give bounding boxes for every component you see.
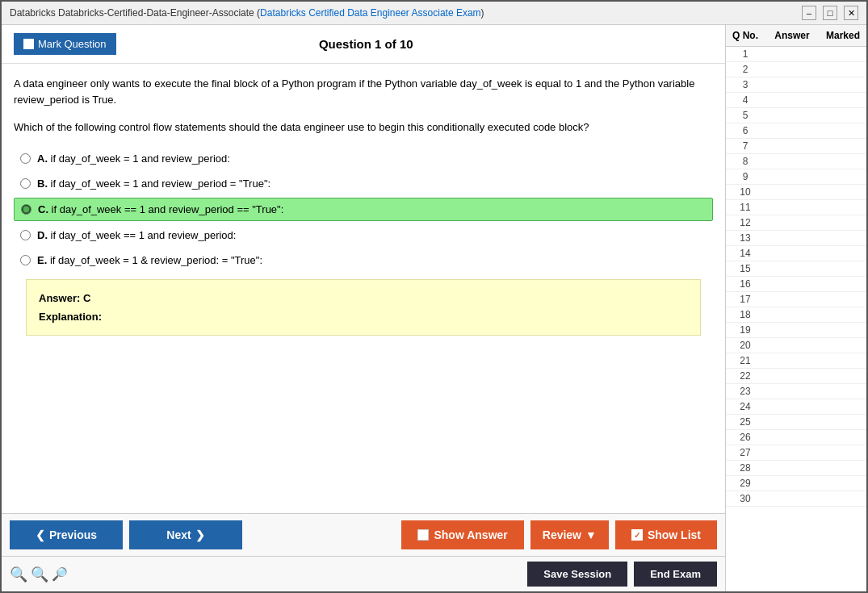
sidebar-row[interactable]: 25 xyxy=(726,415,866,430)
sidebar-row[interactable]: 5 xyxy=(726,108,866,123)
sidebar-row[interactable]: 23 xyxy=(726,384,866,399)
previous-button[interactable]: ❮ Previous xyxy=(10,520,123,549)
radio-b[interactable] xyxy=(20,178,31,189)
show-answer-button[interactable]: Show Answer xyxy=(401,520,523,549)
sidebar-row[interactable]: 26 xyxy=(726,430,866,445)
sidebar-row[interactable]: 28 xyxy=(726,461,866,476)
sidebar-row[interactable]: 16 xyxy=(726,277,866,292)
radio-e[interactable] xyxy=(20,255,31,265)
sidebar-qno: 2 xyxy=(729,64,761,75)
sidebar-row[interactable]: 18 xyxy=(726,307,866,323)
sidebar-qno: 4 xyxy=(729,94,761,106)
sidebar-row[interactable]: 8 xyxy=(726,154,866,169)
zoom-out-button[interactable]: 🔎 xyxy=(52,566,68,582)
option-a[interactable]: A. if day_of_week = 1 and review_period: xyxy=(14,148,713,169)
sidebar-qno: 28 xyxy=(729,462,761,474)
window-title-link: Databricks Certified Data Engineer Assoc… xyxy=(260,7,480,19)
option-e-label: E. if day_of_week = 1 & review_period: =… xyxy=(37,254,262,266)
sidebar-qno: 6 xyxy=(729,125,761,136)
sidebar-row[interactable]: 15 xyxy=(726,261,866,277)
sidebar-qno: 29 xyxy=(729,478,761,489)
sidebar-qno: 15 xyxy=(729,263,761,274)
sidebar-row[interactable]: 10 xyxy=(726,185,866,200)
bottom-bar: ❮ Previous Next ❯ Show Answer Review ▼ ✓ xyxy=(2,513,725,556)
sidebar-header: Q No. Answer Marked xyxy=(726,25,866,47)
question-text-2: Which of the following control flow stat… xyxy=(14,119,713,136)
option-c-label: C. if day_of_week == 1 and review_period… xyxy=(38,203,283,215)
sidebar-qno: 20 xyxy=(729,340,761,351)
option-e[interactable]: E. if day_of_week = 1 & review_period: =… xyxy=(14,249,713,271)
sidebar-qno: 19 xyxy=(729,324,761,336)
sidebar-qno: 25 xyxy=(729,416,761,428)
sidebar-row[interactable]: 29 xyxy=(726,476,866,491)
minimize-button[interactable]: – xyxy=(802,6,816,20)
question-title: Question 1 of 10 xyxy=(319,37,413,51)
review-chevron-icon: ▼ xyxy=(585,528,597,541)
zoom-in-button[interactable]: 🔍 xyxy=(10,566,27,583)
maximize-button[interactable]: □ xyxy=(823,6,837,20)
sidebar-row[interactable]: 6 xyxy=(726,123,866,139)
sidebar-qno: 22 xyxy=(729,370,761,382)
sidebar-row[interactable]: 20 xyxy=(726,338,866,353)
sidebar-qno: 7 xyxy=(729,140,761,152)
sidebar-row[interactable]: 27 xyxy=(726,445,866,461)
sidebar-row[interactable]: 1 xyxy=(726,47,866,62)
sidebar-row[interactable]: 14 xyxy=(726,246,866,261)
sidebar-qno: 1 xyxy=(729,48,761,60)
sidebar-qno: 23 xyxy=(729,386,761,397)
answer-box: Answer: C Explanation: xyxy=(26,279,701,336)
option-d[interactable]: D. if day_of_week == 1 and review_period… xyxy=(14,224,713,246)
close-button[interactable]: ✕ xyxy=(844,6,858,20)
sidebar-row[interactable]: 24 xyxy=(726,399,866,415)
sidebar-row[interactable]: 13 xyxy=(726,231,866,246)
option-b-label: B. if day_of_week = 1 and review_period … xyxy=(37,177,270,190)
sidebar-col-answer: Answer xyxy=(761,30,823,41)
bottom-bar-2: 🔍 🔍 🔎 Save Session End Exam xyxy=(2,556,725,591)
sidebar-qno: 12 xyxy=(729,217,761,228)
sidebar-col-qno: Q No. xyxy=(729,30,761,41)
explanation-label: Explanation: xyxy=(39,311,688,323)
review-label: Review xyxy=(543,528,581,541)
sidebar-qno: 14 xyxy=(729,248,761,259)
sidebar-qno: 13 xyxy=(729,232,761,244)
session-controls: Save Session End Exam xyxy=(527,562,717,587)
sidebar-row[interactable]: 2 xyxy=(726,62,866,77)
radio-d[interactable] xyxy=(20,230,31,240)
show-list-check-icon: ✓ xyxy=(631,529,643,541)
zoom-reset-button[interactable]: 🔍 xyxy=(31,566,48,583)
show-list-button[interactable]: ✓ Show List xyxy=(615,520,717,549)
window-title: Databricks Databricks-Certified-Data-Eng… xyxy=(10,7,484,19)
review-button[interactable]: Review ▼ xyxy=(530,520,609,549)
sidebar-qno: 11 xyxy=(729,202,761,213)
end-exam-button[interactable]: End Exam xyxy=(634,562,717,587)
sidebar-row[interactable]: 21 xyxy=(726,353,866,369)
sidebar-row[interactable]: 17 xyxy=(726,292,866,307)
title-bar: Databricks Databricks-Certified-Data-Eng… xyxy=(2,2,866,25)
radio-c[interactable] xyxy=(21,204,31,215)
sidebar-row[interactable]: 4 xyxy=(726,93,866,108)
sidebar-col-marked: Marked xyxy=(823,30,863,41)
sidebar-row[interactable]: 19 xyxy=(726,323,866,338)
next-chevron-icon: ❯ xyxy=(195,528,205,541)
sidebar-row[interactable]: 9 xyxy=(726,169,866,185)
next-button[interactable]: Next ❯ xyxy=(129,520,242,549)
show-list-label: Show List xyxy=(648,528,701,541)
mark-question-button[interactable]: Mark Question xyxy=(14,33,116,55)
radio-a[interactable] xyxy=(20,153,31,164)
sidebar-qno: 3 xyxy=(729,79,761,90)
sidebar-row[interactable]: 3 xyxy=(726,77,866,93)
save-session-button[interactable]: Save Session xyxy=(527,562,627,587)
show-answer-label: Show Answer xyxy=(434,528,507,541)
question-text-1: A data engineer only wants to execute th… xyxy=(14,76,713,107)
sidebar-row[interactable]: 12 xyxy=(726,215,866,231)
sidebar-qno: 9 xyxy=(729,171,761,182)
option-b[interactable]: B. if day_of_week = 1 and review_period … xyxy=(14,173,713,194)
sidebar-row[interactable]: 30 xyxy=(726,491,866,507)
previous-label: Previous xyxy=(49,528,97,541)
sidebar-row[interactable]: 11 xyxy=(726,200,866,215)
sidebar-qno: 27 xyxy=(729,447,761,458)
sidebar-row[interactable]: 7 xyxy=(726,139,866,154)
sidebar-row[interactable]: 22 xyxy=(726,369,866,384)
sidebar-qno: 21 xyxy=(729,355,761,366)
option-c[interactable]: C. if day_of_week == 1 and review_period… xyxy=(14,198,713,221)
